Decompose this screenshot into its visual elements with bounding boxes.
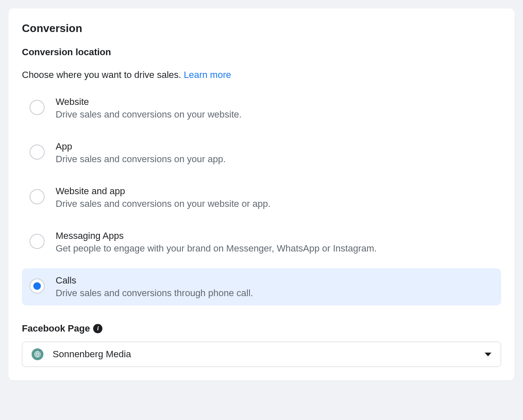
radio-icon [30, 144, 45, 160]
caret-down-icon [485, 353, 491, 356]
radio-option-calls[interactable]: Calls Drive sales and conversions throug… [22, 268, 501, 305]
learn-more-link[interactable]: Learn more [184, 70, 231, 80]
info-icon[interactable]: i [93, 324, 102, 333]
conversion-location-title: Conversion location [22, 47, 501, 58]
radio-desc: Drive sales and conversions on your webs… [56, 109, 493, 120]
facebook-page-label: Facebook Page i [22, 323, 501, 334]
section-title: Conversion [22, 22, 501, 35]
radio-option-website[interactable]: Website Drive sales and conversions on y… [22, 90, 501, 127]
radio-title: Calls [56, 275, 493, 286]
radio-icon [30, 189, 45, 204]
radio-title: Messaging Apps [56, 230, 493, 241]
description-text: Choose where you want to drive sales. [22, 70, 184, 80]
svg-point-0 [35, 351, 40, 357]
radio-option-messaging-apps[interactable]: Messaging Apps Get people to engage with… [22, 224, 501, 261]
facebook-page-selected: Sonnenberg Media [53, 349, 485, 360]
radio-title: Website [56, 96, 493, 107]
radio-content: Website and app Drive sales and conversi… [56, 186, 493, 209]
radio-title: Website and app [56, 186, 493, 197]
radio-desc: Get people to engage with your brand on … [56, 243, 493, 254]
facebook-page-section: Facebook Page i Sonnenberg Media [22, 323, 501, 367]
radio-title: App [56, 141, 493, 152]
page-avatar-icon [32, 348, 43, 360]
radio-desc: Drive sales and conversions on your app. [56, 154, 493, 165]
facebook-page-dropdown[interactable]: Sonnenberg Media [22, 342, 501, 367]
radio-desc: Drive sales and conversions through phon… [56, 288, 493, 299]
radio-icon [30, 234, 45, 249]
radio-content: Calls Drive sales and conversions throug… [56, 275, 493, 299]
conversion-location-radio-group: Website Drive sales and conversions on y… [22, 90, 501, 305]
radio-icon [30, 278, 45, 294]
conversion-location-description: Choose where you want to drive sales. Le… [22, 70, 501, 80]
radio-desc: Drive sales and conversions on your webs… [56, 198, 493, 209]
radio-content: Messaging Apps Get people to engage with… [56, 230, 493, 254]
radio-icon [30, 100, 45, 115]
facebook-page-label-text: Facebook Page [22, 323, 90, 334]
radio-content: Website Drive sales and conversions on y… [56, 96, 493, 120]
radio-content: App Drive sales and conversions on your … [56, 141, 493, 165]
radio-option-website-and-app[interactable]: Website and app Drive sales and conversi… [22, 179, 501, 216]
conversion-card: Conversion Conversion location Choose wh… [8, 8, 515, 380]
radio-option-app[interactable]: App Drive sales and conversions on your … [22, 134, 501, 171]
